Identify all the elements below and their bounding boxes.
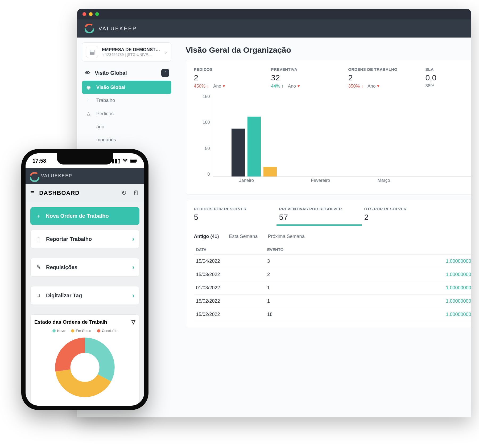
sidebar-item-label: Trabalho [96, 98, 115, 103]
kpi: PEDIDOS 2 450% ↓Ano ▾ [194, 67, 247, 89]
chevron-right-icon: › [132, 235, 134, 243]
sidebar-item[interactable]: ário [82, 120, 171, 133]
kpi-pct: 38% [426, 83, 435, 89]
x-tick: Janeiro [239, 178, 254, 183]
sidebar-item-label: Pedidos [96, 111, 114, 117]
close-dot[interactable] [82, 12, 86, 16]
kpi-pct: 450% ↓ [194, 84, 209, 89]
card-title: Estado das Ordens de Trabalh [34, 319, 107, 325]
filter-icon[interactable]: ▽ [131, 319, 135, 325]
col-header: EVENTO [265, 245, 379, 255]
kpi: ORDENS DE TRABALHO 2 350% ↓Ano ▾ [348, 67, 402, 89]
bar [247, 117, 261, 176]
tab[interactable]: Esta Semana [229, 234, 258, 239]
eye-icon: ◉ [86, 84, 92, 90]
sidebar-item[interactable]: monários [82, 133, 171, 146]
stat-label: PEDIDOS POR RESOLVER [194, 207, 261, 211]
kpi-pct: 44% ↑ [271, 84, 284, 89]
brand-name: VALUEKEEP [98, 26, 137, 32]
y-tick: 150 [203, 94, 210, 99]
tab[interactable]: Antigo (41) [194, 234, 219, 239]
tab[interactable]: Próxima Semana [268, 234, 305, 239]
cell-event: 2 [265, 268, 379, 281]
collapse-icon[interactable]: ˄ [161, 69, 169, 77]
table-row[interactable]: 01/03/202211.0000000006 [194, 281, 471, 295]
button-label: Requisições [46, 264, 77, 270]
chevron-right-icon: › [132, 292, 134, 299]
stat[interactable]: PEDIDOS POR RESOLVER5 [194, 207, 261, 222]
org-selector[interactable]: ▤ EMPRESA DE DEMONST… ↳123456789 | [STG-… [82, 42, 171, 61]
brand-name: VALUEKEEP [41, 173, 72, 179]
stat-value: 5 [194, 213, 261, 222]
cell-date: 01/03/2022 [194, 281, 265, 295]
phone-action-button[interactable]: 𖨆Reportar Trabalho› [30, 230, 139, 248]
sidebar-item-label: ário [96, 124, 104, 130]
svg-rect-4 [137, 160, 137, 162]
period-select[interactable]: Ano ▾ [367, 83, 379, 89]
org-sub: ↳123456789 | [STG-UNIVE… [102, 52, 160, 57]
bar [263, 167, 277, 176]
warning-icon: △ [86, 111, 92, 117]
kpi: SLA 0,0 38% [426, 67, 471, 89]
y-tick: 0 [208, 172, 210, 177]
button-label: Nova Ordem de Trabalho [46, 213, 109, 219]
sidebar-item[interactable]: △Pedidos [82, 107, 171, 120]
phone-action-button[interactable]: ⌗Digitalizar Tag› [30, 286, 139, 305]
phone-page-title: DASHBOARD [39, 190, 80, 196]
battery-icon [130, 158, 137, 164]
minimize-dot[interactable] [89, 12, 93, 16]
new-workorder-button[interactable]: ＋ Nova Ordem de Trabalho [30, 207, 139, 225]
legend-swatch [52, 329, 56, 332]
cell-date: 15/04/2022 [194, 255, 265, 268]
cell-ref: 1.0000000004 [379, 268, 471, 281]
sidebar-item[interactable]: ◉Visão Global [82, 81, 171, 94]
window-titlebar [77, 9, 471, 19]
scan-icon: ⌗ [35, 293, 42, 299]
logo-icon [85, 24, 94, 33]
y-tick: 50 [205, 146, 210, 151]
cell-ref: 1.0000000006 [379, 281, 471, 295]
cell-ref: 1.0000000004 [379, 255, 471, 268]
hammer-icon: 𖨆 [86, 98, 92, 103]
col-header: IA [379, 245, 471, 255]
table-row[interactable]: 15/03/202221.0000000004 [194, 268, 471, 281]
caret-down-icon: ▾ [377, 83, 379, 89]
period-select[interactable]: Ano ▾ [213, 83, 225, 89]
kpi-pct: 350% ↓ [348, 84, 364, 89]
legend-item: Novo [52, 329, 65, 333]
stat[interactable]: PREVENTIVAS POR RESOLVER57 [279, 207, 346, 222]
stat[interactable]: OTS POR RESOLVER2 [364, 207, 431, 222]
stat-value: 2 [364, 213, 431, 222]
phone-header: ≡ DASHBOARD ↻ 🗓 [26, 184, 144, 202]
events-table: DATAEVENTOIA 15/04/202231.000000000415/0… [194, 245, 471, 321]
table-row[interactable]: 15/02/2022181.0000000002 [194, 308, 471, 321]
cell-ref: 1.0000000004 [379, 295, 471, 308]
x-tick: Março [378, 178, 390, 183]
kpi-value: 32 [271, 73, 324, 82]
sidebar-item-label: monários [96, 137, 116, 143]
maximize-dot[interactable] [95, 12, 99, 16]
plus-icon: ＋ [35, 212, 42, 220]
page-title: Visão Geral da Organização [186, 46, 471, 55]
phone-time: 17:58 [32, 158, 46, 164]
logo-icon [30, 172, 37, 180]
nav-group-head[interactable]: 👁 Visão Global ˄ [82, 65, 171, 81]
menu-icon[interactable]: ≡ [30, 189, 34, 197]
phone-action-button[interactable]: ✎Requisições› [30, 258, 139, 277]
table-row[interactable]: 15/04/202231.0000000004 [194, 255, 471, 268]
phone-notch [57, 153, 113, 165]
legend-item: Em Curso [71, 329, 91, 333]
sidebar-item[interactable]: 𖨆Trabalho [82, 94, 171, 107]
calendar-icon[interactable]: 🗓 [133, 189, 139, 197]
table-row[interactable]: 15/02/202211.0000000004 [194, 295, 471, 308]
cell-date: 15/02/2022 [194, 295, 265, 308]
eye-icon: 👁 [84, 70, 91, 76]
kpi-value: 0,0 [426, 73, 471, 82]
hammer-icon: 𖨆 [35, 236, 42, 242]
cell-ref: 1.0000000002 [379, 308, 471, 321]
refresh-icon[interactable]: ↻ [121, 189, 127, 197]
sidebar-item-label: Visão Global [96, 85, 125, 90]
kpi-label: PREVENTIVA [271, 67, 324, 72]
period-select[interactable]: Ano ▾ [288, 83, 300, 89]
cell-date: 15/02/2022 [194, 308, 265, 321]
